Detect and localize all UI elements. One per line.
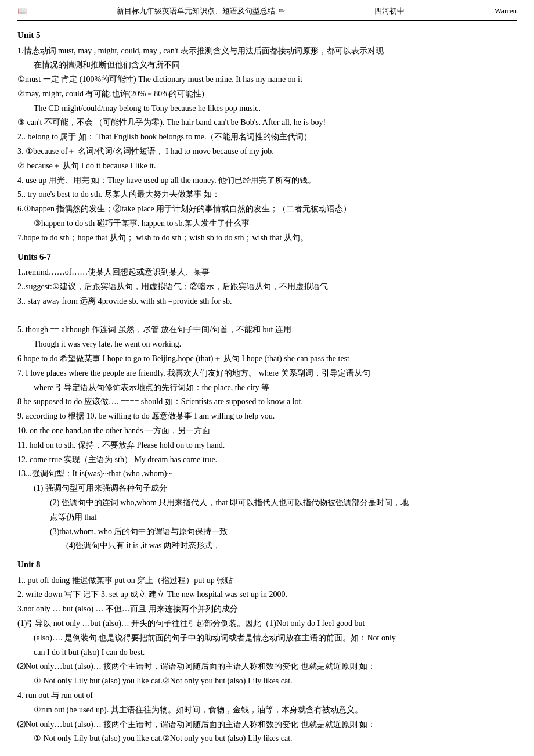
unit5-line3b: The CD might/could/may belong to Tony be… [17,102,517,116]
unit8-line6: 4. run out 与 run out of [17,689,517,703]
unit5-line7: ② because＋ 从句 I do it because I like it. [17,159,517,173]
header-school: 四河初中 [374,6,405,16]
unit67-line5b: Though it was very late, he went on work… [17,337,517,351]
unit8-line7: ⑵Not only…but (also)… 接两个主语时，谓语动词随后面的主语人… [17,718,517,732]
unit8-line6b: ①run out (be used up). 其主语往往为物。如时间，食物，金钱… [17,703,517,717]
page-header: 📖 新目标九年级英语单元知识点、短语及句型总结 ✏ 四河初中 Warren [17,6,517,21]
unit8-line4: (1)引导以 not only …but (also)… 开头的句子往往引起部分… [17,617,517,631]
unit67-line13: 13...强调句型：It is(was)···that (who ,whom)·… [17,467,517,481]
unit5-title: Unit 5 [17,28,517,43]
unit67-title: Units 6-7 [17,250,517,265]
unit67-line8: 8 be supposed to do 应该做…. ==== should 如：… [17,395,517,409]
unit5-line2: ①must 一定 肯定 (100%的可能性) The dictionary mu… [17,73,517,87]
unit5-line5: 2.. belong to 属于 如： That English book be… [17,130,517,144]
unit5-line1: 1.情态动词 must, may , might, could, may , c… [17,44,517,58]
unit8-line7b: ① Not only Lily but (also) you like cat.… [17,732,517,746]
unit67-line7: 7. I love places where the people are fr… [17,366,517,380]
unit67-line1: 1..remind……of……使某人回想起或意识到某人、某事 [17,265,517,279]
unit67-line13c: (2) 强调句中的连词 who,whom 只用来指代人，that 即可以指代人也… [17,496,517,510]
unit67-line2: 2..suggest:①建议，后跟宾语从句，用虚拟语气；②暗示，后跟宾语从句，不… [17,280,517,294]
header-left: 📖 [17,6,27,16]
unit8-line5b: ① Not only Lily but (also) you like cat.… [17,674,517,688]
header-title-text: 新目标九年级英语单元知识点、短语及句型总结 [117,6,275,16]
unit67-line6: 6 hope to do 希望做某事 I hope to go to Beiji… [17,352,517,366]
unit67-line9: 9. according to 根据 10. be willing to do … [17,409,517,423]
unit8-line1: 1.. put off doing 推迟做某事 put on 穿上（指过程）pu… [17,574,517,588]
unit8-line5: ⑵Not only…but (also)… 接两个主语时，谓语动词随后面的主语人… [17,660,517,674]
unit67-line11: 11. hold on to sth. 保持，不要放弃 Please hold … [17,438,517,452]
unit67-line7b: where 引导定语从句修饰表示地点的先行词如：the place, the c… [17,381,517,395]
unit67-line3: 3.. stay away from 远离 4provide sb. with … [17,294,517,308]
unit5-line4: ③ can't 不可能，不会 （可能性几乎为零). The hair band … [17,116,517,129]
pen-icon: ✏ [279,6,285,16]
unit5-line1b: 在情况的揣测和推断但他们含义有所不同 [17,58,517,72]
unit8-line2: 2. write down 写下 记下 3. set up 成立 建立 The … [17,588,517,602]
unit5-line10b: ③happen to do sth 碰巧干某事. happen to sb.某人… [17,217,517,231]
book-icon: 📖 [17,6,27,15]
unit67-line12: 12. come true 实现（主语为 sth） My dream has c… [17,453,517,467]
unit8-line4b: (also)…. 是倒装句.也是说得要把前面的句子中的助动词或者是情态动词放在主… [17,631,517,645]
unit5-line6: 3. ①because of＋ 名词/代词/名词性短语， I had to mo… [17,145,517,159]
unit8-line3: 3.not only … but (also) … 不但…而且 用来连接两个并列… [17,602,517,616]
unit67-line13d: 点等仍用 that [17,510,517,524]
main-content: Unit 5 1.情态动词 must, may , might, could, … [17,28,517,746]
unit5-line11: 7.hope to do sth；hope that 从句； wish to d… [17,231,517,245]
unit5-line10: 6.①happen 指偶然的发生；②take place 用于计划好的事情或自然… [17,202,517,216]
unit67-line10: 10. on the one hand,on the other hands 一… [17,424,517,438]
unit5-line9: 5.. try one's best to do sth. 尽某人的最大努力去做… [17,188,517,201]
unit67-line13f: (4)强调句中只有 it is ,it was 两种时态形式， [17,539,517,553]
unit67-line4 [17,309,517,323]
unit67-line13e: (3)that,whom, who 后的句中的谓语与原句保持一致 [17,525,517,539]
header-author: Warren [495,6,517,16]
unit8-title: Unit 8 [17,557,517,573]
unit8-line4c: can I do it but (also) I can do best. [17,646,517,660]
unit5-line8: 4. use up 用光、用完 如：They have used up all … [17,174,517,188]
header-title: 新目标九年级英语单元知识点、短语及句型总结 ✏ [117,6,285,16]
unit5-line3: ②may, might, could 有可能.也许(20%－80%的可能性) [17,87,517,101]
unit67-line5: 5. though == although 作连词 虽然，尽管 放在句子中间/句… [17,323,517,337]
unit67-line13b: (1) 强调句型可用来强调各种句子成分 [17,481,517,495]
